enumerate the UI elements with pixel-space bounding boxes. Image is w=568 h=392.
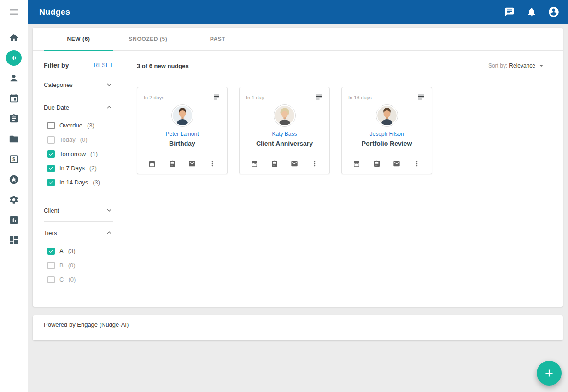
filter-section-due-date[interactable]: Due Date <box>44 102 113 113</box>
checkbox-checked-icon[interactable] <box>47 165 55 172</box>
chat-icon[interactable] <box>500 2 519 22</box>
account-icon[interactable] <box>544 2 563 22</box>
tasks-icon[interactable] <box>0 109 28 129</box>
nudge-title: Client Anniversary <box>256 140 313 147</box>
filter-section-categories[interactable]: Categories <box>44 79 113 90</box>
option-count: (0) <box>80 136 88 143</box>
clients-icon[interactable] <box>0 68 28 88</box>
due-date-options: Overdue (3) Today (0) Tomorrow <box>44 117 113 193</box>
checkbox-unchecked-icon[interactable] <box>47 276 55 283</box>
filter-section-client[interactable]: Client <box>44 205 113 216</box>
avatar <box>171 104 193 127</box>
filter-option-in-14-days[interactable]: In 14 Days (3) <box>44 175 113 190</box>
filter-option-tomorrow[interactable]: Tomorrow (1) <box>44 147 113 161</box>
billing-icon[interactable]: $ <box>0 149 28 169</box>
option-count: (0) <box>68 262 76 269</box>
client-name-link[interactable]: Katy Bass <box>272 131 297 137</box>
nudge-count-summary: 3 of 6 new nudges <box>137 63 189 69</box>
sort-control[interactable]: Sort by: Relevance <box>488 62 545 70</box>
checkbox-checked-icon[interactable] <box>47 179 55 186</box>
nudge-title: Portfolio Review <box>362 140 412 147</box>
calendar-action-icon[interactable] <box>146 158 158 169</box>
notifications-icon[interactable] <box>522 2 541 22</box>
option-count: (3) <box>87 122 94 129</box>
nudge-card[interactable]: In 2 days <box>137 87 228 174</box>
nudge-list-area: 3 of 6 new nudges Sort by: Relevance <box>128 51 563 307</box>
filter-section-label: Due Date <box>44 104 69 111</box>
sidebar: $ <box>0 0 28 392</box>
nudge-card[interactable]: In 13 days <box>341 87 432 174</box>
filter-option-overdue[interactable]: Overdue (3) <box>44 118 113 133</box>
card-actions <box>144 158 221 169</box>
filter-option-tier-c[interactable]: C (0) <box>44 272 113 287</box>
nudges-icon[interactable] <box>0 48 28 68</box>
notes-icon[interactable] <box>212 93 221 103</box>
option-label: Overdue <box>59 122 82 129</box>
page-title: Nudges <box>39 7 70 17</box>
chevron-up-icon <box>105 229 113 237</box>
checkbox-unchecked-icon[interactable] <box>47 262 55 269</box>
option-label: A <box>59 248 64 254</box>
email-action-icon[interactable] <box>289 158 300 169</box>
checkbox-checked-icon[interactable] <box>47 150 55 158</box>
notes-icon[interactable] <box>417 93 425 103</box>
card-actions <box>246 158 323 169</box>
reset-button[interactable]: RESET <box>94 62 113 69</box>
option-count: (3) <box>93 179 100 186</box>
home-icon[interactable] <box>0 28 28 48</box>
tab-new[interactable]: NEW (6) <box>44 28 113 50</box>
chevron-down-icon <box>105 206 113 214</box>
task-action-icon[interactable] <box>167 158 178 169</box>
more-options-icon[interactable] <box>411 158 422 169</box>
card-top: In 1 day <box>246 93 323 103</box>
tab-bar: NEW (6) SNOOZED (5) PAST <box>33 28 563 51</box>
tab-snoozed[interactable]: SNOOZED (5) <box>113 28 183 50</box>
header-actions <box>500 2 563 22</box>
client-name-link[interactable]: Peter Lamont <box>165 131 199 137</box>
filter-section-label: Categories <box>44 81 73 88</box>
checkbox-unchecked-icon[interactable] <box>47 122 55 129</box>
nudges-panel: NEW (6) SNOOZED (5) PAST Filter by RESET… <box>33 28 563 307</box>
filter-option-in-7-days[interactable]: In 7 Days (2) <box>44 161 113 175</box>
footer-bar: Powered by Engage (Nudge-AI) <box>33 315 563 340</box>
filter-section-tiers[interactable]: Tiers <box>44 227 113 238</box>
documents-icon[interactable] <box>0 129 28 149</box>
card-actions <box>348 158 425 169</box>
email-action-icon[interactable] <box>187 158 198 169</box>
sort-label: Sort by: <box>488 63 507 69</box>
plus-icon <box>543 367 555 379</box>
chevron-down-icon <box>105 81 113 89</box>
filter-section-label: Client <box>44 207 59 214</box>
favorites-icon[interactable] <box>0 169 28 190</box>
more-options-icon[interactable] <box>207 158 218 169</box>
due-label: In 2 days <box>144 93 164 100</box>
option-label: In 14 Days <box>59 179 88 186</box>
task-action-icon[interactable] <box>269 158 280 169</box>
dashboard-icon[interactable] <box>0 230 28 250</box>
nudge-card[interactable]: In 1 day <box>239 87 330 174</box>
option-count: (0) <box>68 276 76 283</box>
tab-past[interactable]: PAST <box>183 28 252 50</box>
filter-option-today[interactable]: Today (0) <box>44 133 113 147</box>
filter-option-tier-b[interactable]: B (0) <box>44 258 113 272</box>
menu-icon[interactable] <box>0 0 28 24</box>
client-name-link[interactable]: Joseph Filson <box>369 131 404 137</box>
dropdown-arrow-icon <box>537 62 545 70</box>
settings-icon[interactable] <box>0 190 28 210</box>
calendar-icon[interactable] <box>0 88 28 109</box>
calendar-action-icon[interactable] <box>351 158 362 169</box>
nudge-cards: In 2 days <box>137 87 552 174</box>
notes-icon[interactable] <box>315 93 323 103</box>
calendar-action-icon[interactable] <box>249 158 260 169</box>
option-count: (3) <box>68 248 76 254</box>
reports-icon[interactable] <box>0 210 28 230</box>
email-action-icon[interactable] <box>391 158 402 169</box>
checkbox-checked-icon[interactable] <box>47 248 55 255</box>
sort-value: Relevance <box>509 63 535 69</box>
more-options-icon[interactable] <box>309 158 320 169</box>
filter-option-tier-a[interactable]: A (3) <box>44 244 113 258</box>
checkbox-unchecked-icon[interactable] <box>47 136 55 144</box>
add-nudge-fab[interactable] <box>537 361 562 386</box>
task-action-icon[interactable] <box>371 158 382 169</box>
filter-section-label: Tiers <box>44 230 57 236</box>
